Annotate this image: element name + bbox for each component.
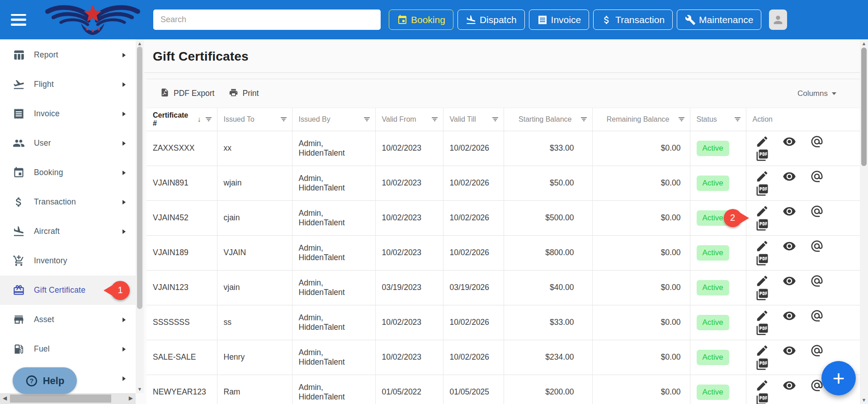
column-header[interactable]: Issued By	[292, 108, 375, 131]
filter-icon[interactable]	[205, 115, 212, 123]
topnav-button[interactable]: Invoice	[529, 10, 590, 30]
edit-button[interactable]	[755, 309, 769, 323]
edit-button[interactable]	[755, 344, 769, 357]
topnav-button[interactable]: Booking	[389, 10, 453, 30]
edit-button[interactable]	[755, 274, 769, 288]
scroll-up-icon[interactable]: ▲	[136, 40, 144, 47]
status-badge: Active	[697, 141, 729, 156]
cell-issued-to: cjain	[217, 200, 292, 235]
cell-status: Active 2	[690, 200, 746, 235]
scroll-left-icon[interactable]: ◀	[3, 395, 7, 401]
topnav-button[interactable]: Maintenance	[677, 10, 761, 30]
scroll-down-icon[interactable]: ▼	[860, 397, 868, 403]
view-button[interactable]	[783, 274, 796, 288]
cell-action	[746, 131, 860, 166]
filter-icon[interactable]	[431, 115, 439, 123]
sidebar-item[interactable]: Flight	[0, 70, 136, 99]
column-header[interactable]: Valid From	[375, 108, 443, 131]
column-header[interactable]: Issued To	[217, 108, 292, 131]
cell-issued-by: Admin, HiddenTalent	[292, 235, 375, 270]
email-button[interactable]	[810, 344, 824, 357]
sidebar-item[interactable]: Asset	[0, 305, 136, 334]
sidebar-item[interactable]: Aircraft	[0, 217, 136, 246]
filter-icon[interactable]	[734, 115, 741, 123]
topnav-button[interactable]: Dispatch	[458, 10, 525, 30]
user-avatar[interactable]	[769, 10, 787, 30]
cell-issued-by: Admin, HiddenTalent	[292, 375, 375, 404]
edit-button[interactable]	[755, 204, 769, 218]
cell-remaining-balance: $0.00	[592, 375, 690, 404]
scroll-right-icon[interactable]: ▶	[129, 395, 133, 401]
cell-starting-balance: $800.00	[504, 235, 592, 270]
edit-button[interactable]	[755, 379, 769, 392]
view-button[interactable]	[783, 379, 796, 392]
pdf-button[interactable]	[755, 218, 769, 232]
print-button[interactable]: Print	[229, 88, 259, 100]
cell-valid-from: 10/02/2023	[375, 200, 443, 235]
help-button[interactable]: ? Help	[13, 367, 77, 394]
sidebar-item[interactable]: User	[0, 128, 136, 158]
column-header[interactable]: Valid Till	[443, 108, 504, 131]
pdf-button[interactable]	[755, 357, 769, 371]
scrollbar-thumb[interactable]	[137, 47, 142, 309]
view-button[interactable]	[783, 135, 796, 148]
view-button[interactable]	[783, 309, 796, 323]
scrollbar-thumb[interactable]	[10, 394, 111, 403]
view-button[interactable]	[783, 239, 796, 253]
filter-icon[interactable]	[580, 115, 588, 123]
sidebar-item[interactable]: Report	[0, 40, 136, 70]
pdf-button[interactable]	[755, 183, 769, 197]
email-button[interactable]	[810, 309, 824, 323]
pdf-button[interactable]	[755, 288, 769, 301]
column-header[interactable]: Action	[746, 108, 860, 131]
sidebar-horizontal-scrollbar[interactable]: ◀ ▶	[0, 393, 136, 404]
view-button[interactable]	[783, 204, 796, 218]
filter-icon[interactable]	[280, 115, 288, 123]
hamburger-menu-icon[interactable]	[11, 14, 26, 26]
scrollbar-thumb[interactable]	[861, 48, 867, 166]
cell-issued-to: wjain	[217, 166, 292, 200]
column-header[interactable]: Remaining Balance	[592, 108, 690, 131]
view-button[interactable]	[783, 344, 796, 357]
scroll-up-icon[interactable]: ▲	[860, 40, 868, 47]
sidebar-item[interactable]: Gift Certificate 1	[0, 276, 136, 305]
filter-icon[interactable]	[678, 115, 685, 123]
email-button[interactable]	[810, 204, 824, 218]
topnav-button[interactable]: Transaction	[593, 10, 673, 30]
filter-icon[interactable]	[363, 115, 371, 123]
column-header[interactable]: Starting Balance	[504, 108, 592, 131]
columns-dropdown[interactable]: Columns	[795, 89, 839, 99]
add-gift-certificate-button[interactable]: +	[821, 361, 856, 395]
edit-button[interactable]	[755, 239, 769, 253]
scroll-down-icon[interactable]: ▼	[136, 386, 144, 392]
pdf-button[interactable]	[755, 392, 769, 404]
sidebar-item[interactable]: Inventory	[0, 246, 136, 276]
sidebar-item[interactable]: Transaction	[0, 187, 136, 217]
pdf-file-icon	[755, 288, 769, 301]
email-button[interactable]	[810, 135, 824, 148]
main-content: Gift Certificates PDF Export Print Colum…	[144, 39, 860, 404]
sort-desc-icon[interactable]	[198, 115, 201, 124]
sidebar-item[interactable]: Booking	[0, 158, 136, 187]
pdf-button[interactable]	[755, 323, 769, 336]
edit-button[interactable]	[755, 135, 769, 148]
sidebar-item[interactable]: Invoice	[0, 99, 136, 128]
sidebar-item[interactable]: Fuel	[0, 334, 136, 364]
edit-button[interactable]	[755, 170, 769, 183]
view-button[interactable]	[783, 170, 796, 183]
sidebar-scrollbar[interactable]: ▲ ▼	[136, 39, 144, 393]
column-header[interactable]: Status	[690, 108, 746, 131]
email-button[interactable]	[810, 239, 824, 253]
filter-icon[interactable]	[491, 115, 499, 123]
column-header[interactable]: Certificate #	[146, 108, 217, 131]
pdf-button[interactable]	[755, 253, 769, 266]
search-input[interactable]	[153, 10, 381, 30]
main-scrollbar[interactable]: ▲ ▼	[860, 39, 868, 404]
person-icon	[772, 13, 784, 27]
pdf-export-button[interactable]: PDF Export	[160, 88, 214, 100]
sidebar-item-label: Invoice	[34, 109, 60, 119]
cell-valid-from: 10/02/2023	[375, 340, 443, 375]
email-button[interactable]	[810, 274, 824, 288]
pdf-button[interactable]	[755, 148, 769, 162]
email-button[interactable]	[810, 170, 824, 183]
